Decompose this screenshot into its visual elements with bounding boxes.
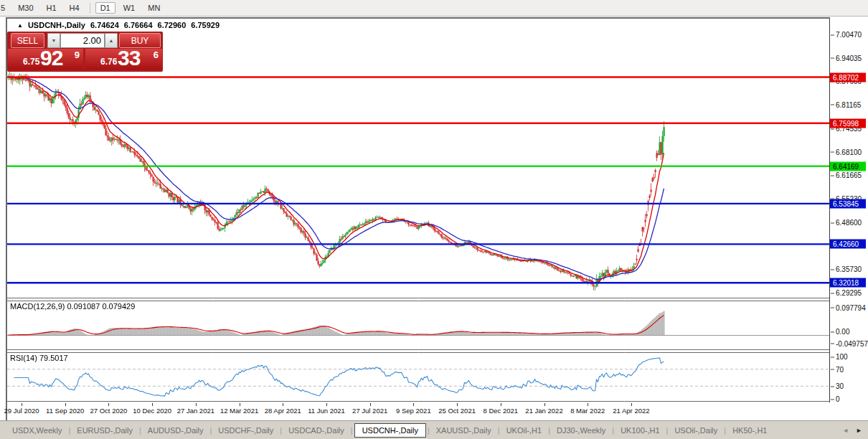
rsi-axis-label: 70 — [836, 365, 844, 373]
date-label: 10 Dec 2020 — [133, 407, 171, 415]
bid-price-pips: 92 — [40, 46, 62, 70]
chart-header: ▲ USDCNH-,Daily 6.74624 6.76664 6.72960 … — [17, 21, 220, 29]
chart-tab-bar: USDX,Weekly|EURUSD-,Daily|AUDUSD-,Daily|… — [0, 420, 868, 439]
rsi-axis-label: 30 — [836, 382, 844, 390]
date-label: 11 Sep 2020 — [46, 407, 84, 415]
open-value: 6.74624 — [90, 21, 119, 29]
date-tick — [326, 403, 327, 406]
macd-axis-label: 0.00 — [836, 328, 849, 336]
date-tick — [501, 403, 501, 406]
timeframe-m30[interactable]: M30 — [13, 2, 38, 14]
date-axis[interactable]: 29 Jul 202011 Sep 202027 Oct 202010 Dec … — [7, 403, 830, 419]
price-axis[interactable]: 7.004706.940356.876006.811656.745356.681… — [830, 17, 868, 420]
rsi-axis-label: 100 — [836, 353, 848, 361]
chart-tab[interactable]: USDCNH-,Daily — [354, 423, 426, 438]
price-level-badge: 6.64169 — [830, 161, 866, 171]
timeframe-toolbar: 5 M30 H1 H4 D1 W1 MN — [0, 0, 868, 16]
price-tick-label: 6.81165 — [836, 100, 861, 108]
bid-price-point: 9 — [75, 49, 80, 60]
date-label: 8 Dec 2021 — [483, 407, 519, 415]
date-label: 28 Apr 2021 — [265, 407, 301, 415]
date-label: 8 Mar 2022 — [570, 407, 605, 415]
date-label: 21 Apr 2022 — [613, 407, 649, 415]
macd-axis-label: -0.049757 — [836, 339, 868, 347]
price-level-badge: 6.53845 — [830, 199, 866, 208]
chart-tab[interactable]: EURUSD-,Daily — [70, 423, 139, 438]
chart-tab[interactable]: USOil-,Daily — [668, 423, 724, 438]
toolbar-separator — [90, 3, 90, 14]
price-level-badge: 6.42660 — [830, 240, 866, 249]
price-tick-label: 6.61665 — [836, 171, 862, 179]
price-level-badge: 6.88702 — [830, 72, 866, 82]
macd-indicator-label: MACD(12,26,9) 0.091087 0.079429 — [10, 302, 135, 311]
date-label: 12 Mar 2021 — [220, 407, 258, 415]
date-tick — [240, 403, 240, 406]
chart-tab[interactable]: AUDUSD-,Daily — [141, 423, 210, 438]
chart-tab[interactable]: XAUUSD-,Daily — [430, 423, 498, 438]
ask-price-point: 6 — [154, 49, 159, 60]
chart-tab[interactable]: USDCAD-,Daily — [282, 423, 351, 438]
date-label: 9 Sep 2021 — [396, 407, 431, 415]
tab-scroll-left-icon[interactable]: ◄ — [842, 427, 849, 434]
price-tick-label: 6.48600 — [836, 219, 862, 227]
tab-scroll-arrows: ◄► — [842, 427, 862, 434]
chart-tab[interactable]: UK100-,H1 — [614, 423, 666, 438]
date-tick — [196, 403, 197, 406]
chart-tab[interactable]: DJ30-,Weekly — [550, 423, 612, 438]
date-tick — [370, 403, 371, 406]
chart-tab[interactable]: HK50-,H1 — [726, 423, 773, 438]
timeframe-m5[interactable]: 5 — [0, 2, 10, 14]
date-tick — [413, 403, 414, 406]
timeframe-d1[interactable]: D1 — [95, 2, 115, 14]
date-label: 27 Jul 2021 — [352, 407, 387, 415]
price-level-badge: 6.32018 — [830, 278, 866, 288]
chart-tab[interactable]: USDX,Weekly — [6, 423, 68, 438]
date-tick — [152, 403, 153, 406]
chart-tab[interactable]: UKOil-,H1 — [500, 423, 549, 438]
date-tick — [544, 403, 545, 406]
timeframe-h1[interactable]: H1 — [42, 2, 62, 14]
date-label: 21 Jan 2022 — [525, 407, 562, 415]
bid-price-prefix: 6.75 — [23, 57, 39, 67]
date-tick — [108, 403, 109, 406]
date-label: 27 Jan 2021 — [177, 407, 214, 415]
price-chart-canvas[interactable] — [7, 19, 830, 402]
rsi-axis-label: 0 — [836, 395, 840, 403]
price-tick-label: 7.00470 — [836, 31, 862, 39]
timeframe-w1[interactable]: W1 — [118, 2, 141, 14]
rsi-indicator-label: RSI(14) 79.5017 — [10, 354, 68, 362]
high-value: 6.76664 — [124, 21, 153, 29]
symbol-period-label: USDCNH-,Daily — [28, 21, 85, 29]
volume-input[interactable] — [60, 33, 105, 48]
volume-increase-icon[interactable]: ▲ — [105, 33, 118, 48]
date-tick — [65, 403, 66, 406]
ask-price-pips: 33 — [118, 46, 140, 70]
price-tick-label: 6.68100 — [836, 148, 862, 156]
date-tick — [457, 403, 458, 406]
timeframe-h4[interactable]: H4 — [65, 2, 85, 14]
tab-divider: | — [351, 426, 353, 435]
collapse-trade-panel-icon[interactable]: ▲ — [17, 22, 23, 29]
timeframe-mn[interactable]: MN — [143, 2, 165, 14]
low-value: 6.72960 — [158, 21, 187, 29]
date-label: 27 Oct 2020 — [90, 407, 128, 415]
date-tick — [631, 403, 632, 406]
price-tick-label: 6.29295 — [836, 289, 862, 297]
bid-price-display[interactable]: 6.75 92 9 — [8, 49, 83, 70]
tab-scroll-right-icon[interactable]: ► — [856, 427, 862, 434]
trading-terminal-window: 5 M30 H1 H4 D1 W1 MN ▲ USDCNH-,Daily 6.7… — [0, 0, 868, 439]
date-label: 11 Jun 2021 — [308, 407, 345, 415]
close-value: 6.75929 — [191, 21, 220, 29]
one-click-trade-panel: SELL ▼ ▲ BUY 6.75 92 9 6.76 33 6 — [7, 32, 163, 72]
sell-button[interactable]: SELL — [11, 33, 44, 48]
date-tick — [22, 403, 22, 406]
date-label: 25 Oct 2021 — [438, 407, 476, 415]
chart-tab[interactable]: USDCHF-,Daily — [212, 423, 280, 438]
price-level-badge: 6.75998 — [830, 118, 866, 128]
macd-axis-label: 0.097794 — [836, 303, 866, 311]
price-tick-label: 6.35730 — [836, 265, 862, 273]
date-tick — [588, 403, 588, 406]
ask-price-display[interactable]: 6.76 33 6 — [85, 49, 162, 70]
ask-price-prefix: 6.76 — [100, 57, 117, 67]
date-tick — [283, 403, 283, 406]
